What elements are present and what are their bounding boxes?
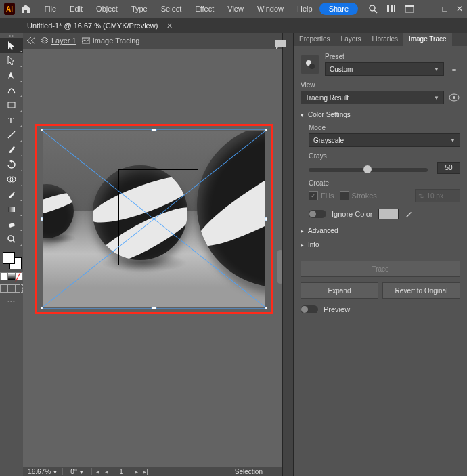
view-source-eye-icon[interactable] [448, 91, 460, 104]
svg-rect-27 [265, 307, 267, 309]
rotate-view-field[interactable]: 0° ▼ [63, 468, 92, 475]
minimize-button[interactable]: ─ [422, 0, 437, 18]
menu-object[interactable]: Object [89, 0, 125, 18]
selected-image[interactable] [35, 124, 273, 314]
preset-thumbnail-icon [301, 55, 319, 74]
eyedropper-icon[interactable] [403, 208, 415, 220]
grays-slider[interactable] [309, 168, 428, 172]
crop-bounds [118, 169, 198, 265]
menu-window[interactable]: Window [250, 0, 290, 18]
direct-selection-tool[interactable] [0, 53, 23, 68]
line-tool[interactable] [0, 127, 23, 142]
info-section[interactable]: ▸Info [301, 241, 460, 248]
svg-point-29 [309, 64, 315, 69]
share-button[interactable]: Share [319, 3, 358, 15]
preset-label: Preset [325, 53, 460, 60]
menu-file[interactable]: File [37, 0, 63, 18]
shape-builder-tool[interactable] [0, 172, 23, 187]
next-artboard-icon[interactable]: ▸ [131, 467, 141, 476]
last-artboard-icon[interactable]: ▸| [141, 467, 150, 476]
view-label: View [301, 81, 460, 89]
mode-dropdown[interactable]: Grayscale▼ [309, 133, 460, 147]
rectangle-tool[interactable] [0, 98, 23, 112]
first-artboard-icon[interactable]: |◂ [92, 467, 102, 476]
svg-rect-3 [391, 5, 393, 12]
tab-properties[interactable]: Properties [294, 33, 336, 46]
create-label: Create [309, 179, 460, 187]
comments-icon[interactable] [271, 35, 290, 54]
grays-value[interactable]: 50 [437, 162, 460, 174]
preset-dropdown[interactable]: Custom▼ [325, 62, 444, 76]
tab-libraries[interactable]: Libraries [367, 33, 403, 46]
menu-select[interactable]: Select [154, 0, 189, 18]
gradient-mode-icon[interactable] [7, 272, 15, 280]
image-tracing-path[interactable]: Image Tracing [82, 37, 140, 45]
strokes-label: Strokes [352, 192, 377, 200]
layer-name[interactable]: Layer 1 [51, 37, 76, 45]
maximize-button[interactable]: □ [437, 0, 452, 18]
ignore-color-toggle[interactable] [309, 210, 326, 218]
svg-rect-26 [152, 307, 156, 309]
fill-stroke-swatch[interactable] [0, 251, 23, 271]
svg-point-31 [453, 96, 455, 99]
arrange-icon[interactable] [383, 0, 399, 18]
edit-toolbar-icon[interactable]: ••• [0, 298, 23, 303]
document-tab[interactable]: Untitled-1* @ 16.67 % (CMYK/Preview) ✕ [27, 22, 173, 30]
curvature-tool[interactable] [0, 83, 23, 98]
close-tab-icon[interactable]: ✕ [166, 22, 173, 30]
menu-help[interactable]: Help [290, 0, 319, 18]
menu-view[interactable]: View [221, 0, 250, 18]
tab-image-trace[interactable]: Image Trace [403, 33, 452, 46]
panel-grip-icon[interactable]: •• [0, 33, 23, 38]
svg-rect-4 [394, 5, 395, 12]
menu-edit[interactable]: Edit [63, 0, 89, 18]
draw-normal-icon[interactable] [0, 284, 7, 293]
app-icon: Ai [4, 3, 15, 15]
preset-menu-icon[interactable]: ≡ [448, 63, 460, 75]
none-mode-icon[interactable]: ╱ [16, 272, 23, 280]
svg-point-14 [8, 236, 14, 241]
prev-artboard-icon[interactable]: ◂ [102, 467, 111, 476]
artboard-number-field[interactable] [111, 467, 131, 476]
stroke-width-field: ⇅10 px [415, 189, 460, 202]
color-settings-section[interactable]: ▾Color Settings [301, 111, 460, 118]
menu-type[interactable]: Type [125, 0, 154, 18]
paintbrush-tool[interactable] [0, 142, 23, 157]
workspace-icon[interactable] [401, 0, 417, 18]
preview-toggle[interactable] [301, 305, 318, 313]
eyedropper-tool[interactable] [0, 187, 23, 202]
svg-text:T: T [8, 115, 14, 125]
zoom-field[interactable]: 16.67% ▼ [23, 468, 63, 475]
search-icon[interactable] [365, 0, 380, 18]
svg-rect-24 [265, 217, 267, 221]
svg-rect-6 [405, 5, 414, 7]
svg-point-0 [370, 5, 375, 11]
object-name: Image Tracing [93, 37, 140, 45]
selection-tool[interactable] [0, 38, 23, 53]
menu-effect[interactable]: Effect [188, 0, 221, 18]
pen-tool[interactable] [0, 68, 23, 83]
view-dropdown[interactable]: Tracing Result▼ [301, 91, 444, 104]
svg-line-9 [8, 131, 15, 138]
back-layer-icon[interactable] [27, 37, 35, 44]
color-mode-icon[interactable] [0, 272, 7, 280]
ignore-color-swatch[interactable] [378, 209, 399, 219]
tab-layers[interactable]: Layers [336, 33, 367, 46]
type-tool[interactable]: T [0, 112, 23, 127]
canvas[interactable] [23, 49, 283, 467]
draw-behind-icon[interactable] [7, 284, 15, 293]
zoom-tool[interactable] [0, 232, 23, 246]
expand-button[interactable]: Expand [301, 282, 378, 299]
advanced-section[interactable]: ▸Advanced [301, 227, 460, 234]
gradient-tool[interactable] [0, 202, 23, 217]
eraser-tool[interactable] [0, 217, 23, 232]
close-button[interactable]: ✕ [452, 0, 467, 18]
home-icon[interactable] [19, 1, 32, 16]
trace-button[interactable]: Trace [301, 261, 460, 277]
fills-label: Fills [321, 192, 334, 200]
revert-button[interactable]: Revert to Original [382, 282, 460, 299]
draw-inside-icon[interactable] [16, 284, 23, 293]
rotate-tool[interactable] [0, 157, 23, 172]
layers-path-icon[interactable]: Layer 1 [41, 37, 76, 45]
tool-panel: •• T ╱ ••• [0, 33, 24, 476]
